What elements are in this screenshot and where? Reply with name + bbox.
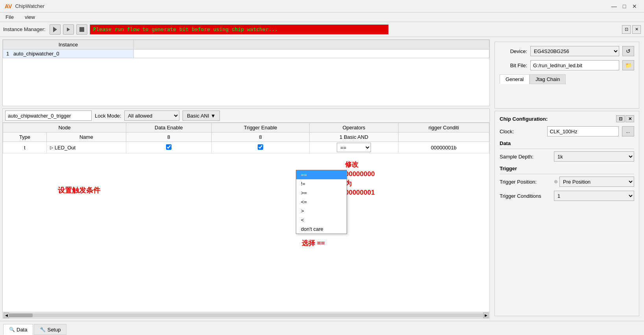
trigger-table-wrapper: Node Data Enable Trigger Enable Operator… (3, 123, 489, 312)
trigger-enable-header: Trigger Enable (211, 123, 309, 133)
scrollbar-track (9, 313, 483, 317)
device-refresh-button[interactable]: ↺ (622, 46, 634, 56)
status-message: Please run flow to generate bit before u… (90, 24, 389, 35)
scroll-left-arrow[interactable]: ◀ (4, 313, 9, 318)
play-pause-button[interactable] (50, 24, 61, 35)
trigger-position-label: Trigger Position: (500, 179, 551, 185)
jtag-chain-tab[interactable]: Jtag Chain (530, 74, 566, 84)
instance-panel: Instance 1 auto_chipwatcher_0 (2, 39, 490, 106)
play-icon (53, 27, 57, 32)
tab-data[interactable]: 🔍 Data (3, 324, 33, 335)
device-select[interactable]: EG4S20BG256 (530, 46, 619, 56)
trigger-data-row: t ▷ LED_Out (3, 142, 489, 153)
instance-table: Instance 1 auto_chipwatcher_0 (3, 40, 489, 58)
horizontal-scrollbar[interactable]: ◀ ▶ (3, 312, 489, 318)
cond-value-cell[interactable]: 00000001b (398, 142, 489, 153)
dock-button[interactable]: ⊡ (622, 25, 631, 34)
instance-row[interactable]: 1 auto_chipwatcher_0 (3, 50, 489, 58)
data-enable-cell[interactable] (126, 142, 211, 153)
device-panel: Device: EG4S20BG256 ↺ Bit File: 📁 Genera… (495, 42, 639, 109)
clock-input[interactable] (547, 126, 619, 136)
trigger-position-icon: ⊗ (554, 179, 558, 184)
trigger-section-label: Trigger (500, 166, 634, 171)
op-equal-selected[interactable]: == (296, 170, 347, 179)
right-section: Device: EG4S20BG256 ↺ Bit File: 📁 Genera… (492, 39, 642, 318)
play-button[interactable] (63, 24, 74, 35)
sample-depth-row: Sample Depth: 1k 2k 4k 8k (500, 151, 634, 162)
play-icon-small (67, 28, 70, 31)
trigger-position-select[interactable]: Pre Position Post Position Middle Positi… (559, 177, 634, 187)
instance-manager-label: Instance Manager: (3, 26, 46, 32)
stop-icon (79, 27, 84, 32)
device-row: Device: EG4S20BG256 ↺ (500, 46, 634, 56)
trigger-cond-header: rigger Conditi (398, 123, 489, 133)
minimize-button[interactable]: — (609, 2, 619, 11)
close-panel-button[interactable]: ✕ (632, 25, 641, 34)
trigger-toolbar: Lock Mode: All allowed Lock on trigger N… (3, 109, 489, 123)
bottom-tabs: 🔍 Data 🔧 Setup (0, 321, 644, 335)
op-not-equal[interactable]: != (296, 179, 347, 188)
annotation-select-equal: 选择 == (302, 239, 325, 248)
menu-file[interactable]: File (3, 13, 16, 21)
chip-config-close-button[interactable]: ✕ (626, 115, 634, 122)
instance-manager-toolbar: Instance Manager: Please run flow to gen… (0, 22, 644, 37)
folder-icon: 📁 (625, 62, 632, 68)
stop-button[interactable] (76, 24, 87, 35)
op-lt[interactable]: < (296, 215, 347, 225)
trigger-conditions-row: Trigger Conditions 1 2 3 (500, 191, 634, 201)
trigger-panel: Lock Mode: All allowed Lock on trigger N… (2, 109, 490, 318)
op-gt[interactable]: > (296, 206, 347, 215)
annotation-modify-value: 修改00000000为00000001 (345, 160, 375, 197)
search-icon: 🔍 (9, 327, 15, 332)
clock-browse-button[interactable]: ... (622, 126, 634, 136)
instance-row-cell[interactable]: 1 auto_chipwatcher_0 (3, 50, 134, 58)
device-label: Device: (500, 48, 527, 54)
bitfile-browse-button[interactable]: 📁 (622, 60, 634, 70)
window-controls: — □ ✕ (609, 2, 639, 11)
expand-icon[interactable]: ▷ (50, 145, 53, 150)
lock-mode-select[interactable]: All allowed Lock on trigger No lock (124, 110, 179, 121)
and-cond-subheader: 1 Basic AND (310, 133, 398, 142)
trigger-table: Node Data Enable Trigger Enable Operator… (3, 123, 489, 153)
trigger-conditions-label: Trigger Conditions (500, 193, 551, 199)
lock-mode-label: Lock Mode: (95, 113, 121, 119)
data-section-label: Data (500, 140, 634, 146)
sample-depth-label: Sample Depth: (500, 154, 551, 160)
title-bar: AV ChipWatcher — □ ✕ (0, 0, 644, 13)
general-tab[interactable]: General (500, 74, 530, 84)
scroll-right-arrow[interactable]: ▶ (483, 313, 489, 318)
basic-and-button[interactable]: Basic ANI ▼ (183, 110, 220, 121)
data-enable-checkbox[interactable] (166, 144, 172, 150)
clock-label: Clock: (500, 129, 544, 134)
data-enable-header: Data Enable (126, 123, 211, 133)
trigger-name-input[interactable] (5, 110, 92, 121)
clock-row: Clock: ... (500, 126, 634, 136)
app-logo: AV (5, 3, 12, 9)
scrollbar-thumb[interactable] (9, 313, 33, 317)
sample-depth-select[interactable]: 1k 2k 4k 8k (554, 151, 634, 162)
chip-config-title: Chip Configuration: ⊡ ✕ (500, 115, 634, 122)
trigger-divider (500, 174, 634, 174)
menu-view[interactable]: view (22, 13, 37, 21)
trigger-enable-checkbox[interactable] (258, 144, 263, 150)
and-cond-extra (398, 133, 489, 142)
operator-cell[interactable]: == != >= <= > < don't care (310, 142, 398, 153)
op-lte[interactable]: <= (296, 197, 347, 206)
maximize-button[interactable]: □ (620, 2, 629, 11)
trigger-enable-cell[interactable] (211, 142, 309, 153)
operator-select[interactable]: == != >= <= > < don't care (337, 143, 371, 152)
name-subheader: Name (46, 133, 126, 142)
annotation-set-trigger: 设置触发条件 (58, 186, 100, 195)
bitfile-row: Bit File: 📁 (500, 60, 634, 70)
bitfile-input[interactable] (530, 60, 619, 70)
tab-setup[interactable]: 🔧 Setup (34, 324, 66, 335)
chip-config-dock-button[interactable]: ⊡ (616, 115, 625, 122)
app-title: ChipWatcher (15, 3, 44, 9)
chip-config-window-controls: ⊡ ✕ (616, 115, 634, 122)
op-gte[interactable]: >= (296, 188, 347, 197)
close-button[interactable]: ✕ (630, 2, 639, 11)
instance-col-header: Instance (3, 40, 134, 50)
type-subheader: Type (3, 133, 47, 142)
op-dont-care[interactable]: don't care (296, 225, 347, 234)
trigger-conditions-select[interactable]: 1 2 3 (554, 191, 634, 201)
